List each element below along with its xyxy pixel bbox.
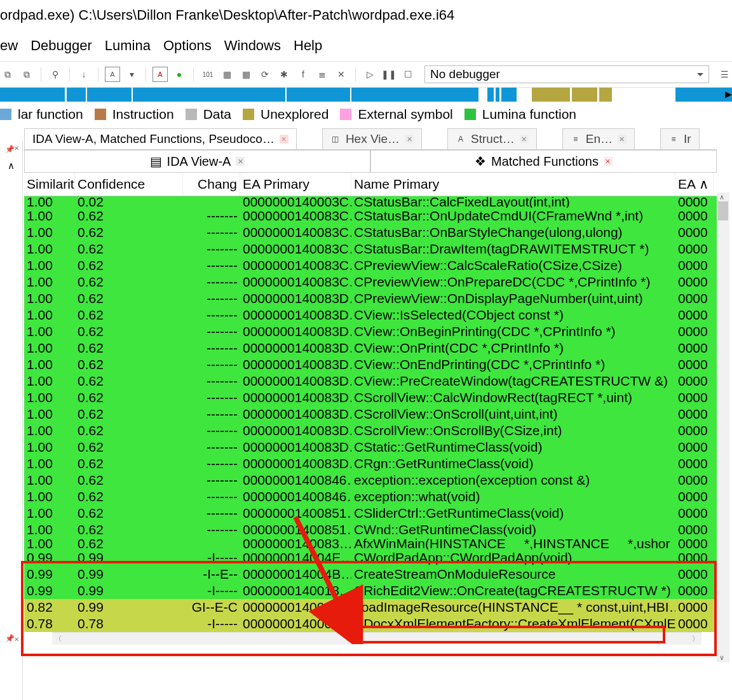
cell-conf: 0.62: [75, 538, 183, 549]
menu-debugger[interactable]: Debugger: [30, 37, 92, 54]
sub-tab[interactable]: ❖Matched Functions✕: [370, 150, 717, 172]
table-row[interactable]: 0.990.99-I-----0000000140018…CRichEdit2V…: [24, 582, 717, 599]
table-row[interactable]: 1.000.62-------0000000140083C…CPreviewVi…: [24, 257, 717, 274]
toolbar-caret-icon[interactable]: ▾: [124, 67, 139, 82]
legend-label: lar function: [18, 107, 83, 122]
table-row[interactable]: 0.990.99-I--E--000000014004B…CreateStrea…: [24, 566, 717, 582]
table-row[interactable]: 1.000.62-------0000000140083D…CRgn::GetR…: [24, 455, 717, 472]
column-header[interactable]: Similarit: [24, 173, 75, 196]
column-header[interactable]: Confidence: [75, 173, 183, 196]
pin-icon[interactable]: 📌: [5, 634, 15, 643]
table-row[interactable]: 1.000.62-------0000000140083C…CStatusBar…: [24, 241, 717, 257]
toolbar-play-icon[interactable]: ▷: [362, 67, 377, 82]
table-row[interactable]: 1.000.62-------00000001400851…CWnd::GetR…: [24, 522, 717, 538]
debugger-select[interactable]: No debugger: [424, 65, 709, 83]
sub-tab[interactable]: ▤IDA View-A✕: [24, 150, 370, 172]
column-header[interactable]: EA ∧: [675, 173, 714, 196]
cell-sim: 1.00: [24, 538, 75, 549]
subtab-close-icon[interactable]: ✕: [236, 157, 245, 166]
toolbar-struct-icon[interactable]: ▦: [219, 67, 234, 82]
toolbar-script-icon[interactable]: ≣: [315, 67, 330, 82]
toolbar-pause-icon[interactable]: ❚❚: [381, 67, 396, 82]
toolbar-star-icon[interactable]: ✱: [276, 67, 292, 82]
legend-swatch: [340, 109, 351, 120]
close-icon[interactable]: ✕: [14, 636, 19, 643]
scroll-up-icon[interactable]: ∧: [8, 160, 15, 172]
vertical-scrollbar[interactable]: ∧ ∨: [717, 192, 729, 663]
toolbar-enum-icon[interactable]: ▦: [238, 67, 254, 82]
toolbar-a-icon[interactable]: ⟳: [257, 67, 273, 82]
column-header[interactable]: EA Primary: [240, 173, 351, 196]
toolbar-f-icon[interactable]: f: [295, 67, 311, 82]
tab-close-icon[interactable]: ✕: [618, 135, 627, 144]
column-header[interactable]: Chang: [183, 173, 240, 196]
table-row[interactable]: 1.000.62-------0000000140083C…CStatusBar…: [24, 208, 717, 224]
toolbar-marker-icon[interactable]: ⚲: [48, 67, 63, 82]
toolbar-cross-icon[interactable]: ✕: [334, 67, 349, 82]
cell-chg: -------: [183, 423, 240, 438]
scroll-up-icon[interactable]: ∧: [719, 193, 724, 201]
menu-windows[interactable]: Windows: [224, 37, 281, 54]
close-icon[interactable]: ✕: [14, 145, 19, 152]
table-row[interactable]: 1.000.62-------0000000140083D…CView::IsS…: [24, 307, 717, 323]
navband-arrow-icon[interactable]: ▶: [725, 89, 732, 99]
table-row[interactable]: 1.000.62-------0000000140083C…CStatusBar…: [24, 224, 717, 241]
table-row[interactable]: 1.000.62-------0000000140083D…CView::OnE…: [24, 356, 717, 373]
table-row[interactable]: 1.000.62-------0000000140083D…CView::Pre…: [24, 373, 717, 389]
toolbar-stop-icon[interactable]: ☐: [400, 67, 416, 82]
table-row[interactable]: 0.780.78-I-----000000014000D8…CDocxXmlEl…: [24, 616, 717, 632]
table-row[interactable]: 1.000.62-------0000000140083D…CScrollVie…: [24, 389, 717, 406]
tab[interactable]: AStruct…✕: [447, 128, 537, 149]
cell-ea: 0000000140083D…: [240, 324, 351, 339]
cell-sim: 1.00: [24, 196, 75, 208]
column-header[interactable]: Name Primary: [351, 173, 675, 196]
table-row[interactable]: 1.000.62-------00000001400846…exception:…: [24, 488, 717, 505]
toolbar-down-icon[interactable]: ↓: [76, 67, 92, 82]
menu-lumina[interactable]: Lumina: [105, 37, 151, 54]
scroll-right-icon[interactable]: 〉: [692, 634, 699, 643]
table-row[interactable]: 1.000.62-------0000000140083D…CScrollVie…: [24, 422, 717, 439]
cell-chg: -------: [183, 241, 240, 257]
tab-close-icon[interactable]: ✕: [405, 135, 414, 144]
menu-options[interactable]: Options: [163, 37, 212, 54]
toolbar-green-dot-icon[interactable]: ●: [172, 67, 187, 82]
horizontal-scrollbar[interactable]: 〈 〉: [52, 632, 702, 645]
scrollbar-thumb[interactable]: [718, 201, 728, 220]
toolbar-text-icon[interactable]: A: [105, 67, 120, 82]
scroll-down-icon[interactable]: ∨: [719, 654, 724, 662]
cell-chg: -------: [183, 473, 240, 488]
table-row[interactable]: 1.000.62-------00000001400851…CSliderCtr…: [24, 505, 717, 522]
toolbar-copy-icon[interactable]: ⧉: [0, 67, 15, 82]
navigation-band[interactable]: ▶: [0, 88, 732, 102]
menu-help[interactable]: Help: [294, 37, 322, 54]
table-row[interactable]: 1.000.62-------0000000140083D…CStatic::G…: [24, 439, 717, 455]
subtab-close-icon[interactable]: ✕: [604, 157, 613, 166]
table-row[interactable]: 0.820.99GI--E-C0000000140068E…LoadImageR…: [24, 599, 717, 616]
toolbar-paste-icon[interactable]: ⧉: [19, 67, 34, 82]
table-row[interactable]: 1.000.62-------0000000140083D…CPreviewVi…: [24, 290, 717, 307]
table-row[interactable]: 1.000.62-------0000000140083D…CView::OnP…: [24, 340, 717, 356]
cell-name: CScrollView::OnScroll(uint,uint,int): [351, 407, 675, 422]
tab-close-icon[interactable]: ✕: [280, 135, 288, 144]
tab-close-icon[interactable]: ✕: [520, 135, 529, 144]
cell-conf: 0.62: [75, 390, 183, 405]
table-row[interactable]: 1.000.62-------00000001400846…exception:…: [24, 472, 717, 488]
tab[interactable]: ≡Ir: [660, 128, 700, 149]
table-row[interactable]: 1.000.620000000140083…AfxWinMain(HINSTAN…: [24, 538, 717, 549]
cell-conf: 0.62: [75, 208, 183, 224]
pin-icon[interactable]: 📌: [5, 145, 15, 154]
scroll-left-icon[interactable]: 〈: [55, 634, 62, 643]
table-row[interactable]: 1.000.020000000140003C…CStatusBar::CalcF…: [24, 196, 717, 208]
tab[interactable]: ≡En…✕: [562, 128, 635, 149]
toolbar-record-icon[interactable]: A: [152, 67, 168, 82]
toolbar-hex-icon[interactable]: 101: [200, 67, 215, 82]
tab[interactable]: IDA View-A, Matched Functions, Pseudoco……: [24, 128, 297, 149]
table-row[interactable]: 1.000.62-------0000000140083D…CScrollVie…: [24, 406, 717, 422]
table-row[interactable]: 1.000.62-------0000000140083D…CView::OnB…: [24, 323, 717, 340]
tab[interactable]: ◫Hex Vie…✕: [322, 128, 422, 149]
table-row[interactable]: 1.000.62-------0000000140083C…CPreviewVi…: [24, 274, 717, 290]
toolbar-settings-icon[interactable]: ☰: [717, 67, 732, 82]
table-row[interactable]: 0.990.99-I-----000000014004E…CWordPadApp…: [24, 549, 717, 566]
menu-ew[interactable]: ew: [0, 37, 18, 54]
cell-conf: 0.62: [75, 307, 183, 323]
